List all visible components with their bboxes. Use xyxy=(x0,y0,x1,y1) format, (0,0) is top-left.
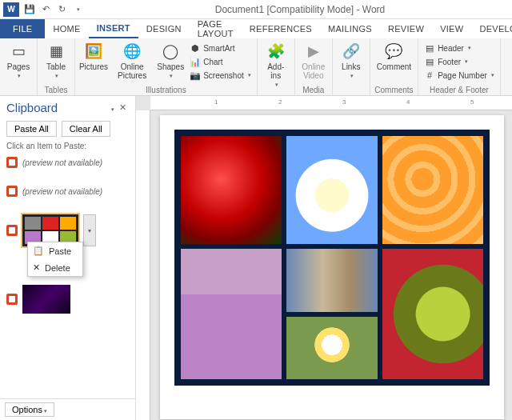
clipboard-options-button[interactable]: Options xyxy=(5,402,54,417)
clipboard-item-selected[interactable]: ▾ 📋Paste ✕Delete xyxy=(3,211,132,250)
group-headerfooter: ▤Header ▤Footer #Page Number Header & Fo… xyxy=(418,38,501,95)
paste-icon: 📋 xyxy=(33,246,44,256)
powerpoint-icon xyxy=(6,186,18,197)
qat-customize-icon[interactable] xyxy=(70,2,85,17)
collage-image-girls xyxy=(181,249,282,379)
clipboard-pane-menu[interactable] xyxy=(107,103,117,113)
clipboard-item[interactable]: (preview not available) xyxy=(3,182,132,200)
tab-home[interactable]: HOME xyxy=(45,19,88,38)
shapes-label: Shapes xyxy=(157,62,184,71)
ruler-tick: 1 xyxy=(214,98,218,106)
tab-review[interactable]: REVIEW xyxy=(380,19,432,38)
textbox-label: Text Box xyxy=(507,62,512,80)
tab-mailings[interactable]: MAILINGS xyxy=(320,19,380,38)
page[interactable] xyxy=(160,115,504,419)
ribbon: ▭ Pages ▦ Table Tables 🖼️ Pictures 🌐 Onl… xyxy=(0,38,512,96)
tab-file[interactable]: FILE xyxy=(0,19,45,38)
links-label: Links xyxy=(342,62,360,71)
group-label-comments: Comments xyxy=(374,85,414,95)
comment-label: Comment xyxy=(377,62,411,71)
links-button[interactable]: 🔗 Links xyxy=(336,40,366,81)
header-button[interactable]: ▤Header xyxy=(422,42,497,54)
comment-button[interactable]: 💬 Comment xyxy=(374,40,414,73)
tab-references[interactable]: REFERENCES xyxy=(242,19,320,38)
group-text: 🄰 Text Box Text xyxy=(501,38,512,95)
tab-developer[interactable]: DEVELOPER xyxy=(471,19,512,38)
pictures-icon: 🖼️ xyxy=(84,42,103,61)
group-addins: 🧩 Add-ins xyxy=(258,38,295,95)
clipboard-title: Clipboard xyxy=(6,101,107,114)
page-scroll[interactable] xyxy=(150,110,512,420)
online-pictures-label: Online Pictures xyxy=(114,62,150,80)
group-label-tables: Tables xyxy=(41,85,71,95)
screenshot-button[interactable]: 📷Screenshot xyxy=(187,69,254,82)
delete-icon: ✕ xyxy=(33,262,40,273)
tab-page-layout[interactable]: PAGE LAYOUT xyxy=(190,19,242,38)
footer-label: Footer xyxy=(438,58,461,66)
tab-insert[interactable]: INSERT xyxy=(89,19,138,38)
pictures-label: Pictures xyxy=(79,62,108,71)
tab-design[interactable]: DESIGN xyxy=(138,19,190,38)
ruler-tick: 3 xyxy=(342,98,346,106)
clipboard-item[interactable] xyxy=(3,282,132,317)
window-title: Document1 [Compatibility Mode] - Word xyxy=(88,4,512,15)
context-delete[interactable]: ✕Delete xyxy=(28,259,82,276)
ruler-vertical[interactable] xyxy=(136,110,150,420)
group-label-media: Media xyxy=(298,85,329,95)
clipboard-context-menu: 📋Paste ✕Delete xyxy=(27,242,83,277)
image-collage[interactable] xyxy=(174,130,490,386)
online-video-button[interactable]: ▶ Online Video xyxy=(298,40,329,82)
footer-icon: ▤ xyxy=(424,56,435,67)
collage-image-oranges xyxy=(382,136,483,244)
group-label-headerfooter: Header & Footer xyxy=(422,85,497,95)
table-label: Table xyxy=(46,62,66,71)
clipboard-item-dropdown[interactable]: ▾ xyxy=(83,214,96,246)
group-tables: ▦ Table Tables xyxy=(38,38,75,95)
shapes-icon: ◯ xyxy=(161,42,180,61)
ribbon-tabs: FILE HOME INSERT DESIGN PAGE LAYOUT REFE… xyxy=(0,19,512,38)
addins-icon: 🧩 xyxy=(266,42,286,61)
chart-label: Chart xyxy=(203,58,222,66)
chart-button[interactable]: 📊Chart xyxy=(187,55,254,68)
pages-icon: ▭ xyxy=(9,42,28,61)
quick-access-toolbar: W 💾 ↶ ↻ xyxy=(0,2,88,17)
pages-button[interactable]: ▭ Pages xyxy=(3,40,34,81)
ruler-tick: 2 xyxy=(278,98,282,106)
context-delete-label: Delete xyxy=(45,263,70,273)
tab-view[interactable]: VIEW xyxy=(432,19,471,38)
smartart-icon: ⬢ xyxy=(190,42,201,54)
addins-button[interactable]: 🧩 Add-ins xyxy=(261,40,291,90)
save-icon[interactable]: 💾 xyxy=(22,2,37,17)
pictures-button[interactable]: 🖼️ Pictures xyxy=(78,40,109,73)
online-pictures-button[interactable]: 🌐 Online Pictures xyxy=(110,40,154,82)
screenshot-label: Screenshot xyxy=(203,71,244,80)
powerpoint-icon xyxy=(6,157,18,168)
paste-all-button[interactable]: Paste All xyxy=(6,121,57,137)
group-comments: 💬 Comment Comments xyxy=(370,38,418,95)
clipboard-item[interactable]: (preview not available) xyxy=(3,154,132,171)
clear-all-button[interactable]: Clear All xyxy=(62,121,110,137)
collage-image-rose xyxy=(181,136,282,244)
clipboard-thumbnail xyxy=(22,285,70,314)
group-media: ▶ Online Video Media xyxy=(295,38,333,95)
workspace: Clipboard ✕ Paste All Clear All Click an… xyxy=(0,96,512,420)
table-icon: ▦ xyxy=(46,42,66,61)
smartart-button[interactable]: ⬢SmartArt xyxy=(187,42,254,54)
undo-icon[interactable]: ↶ xyxy=(38,2,53,17)
textbox-button[interactable]: 🄰 Text Box xyxy=(504,40,512,90)
footer-button[interactable]: ▤Footer xyxy=(422,55,497,68)
ruler-horizontal[interactable]: 1 2 3 4 5 xyxy=(150,96,512,110)
smartart-label: SmartArt xyxy=(203,44,234,53)
word-app-icon[interactable]: W xyxy=(3,2,19,17)
collage-image-daisies xyxy=(286,136,378,244)
page-number-button[interactable]: #Page Number xyxy=(422,69,497,82)
clipboard-close-icon[interactable]: ✕ xyxy=(117,102,129,113)
context-paste[interactable]: 📋Paste xyxy=(28,242,82,259)
table-button[interactable]: ▦ Table xyxy=(41,40,71,81)
ruler-tick: 4 xyxy=(406,98,410,106)
screenshot-icon: 📷 xyxy=(190,70,201,81)
redo-icon[interactable]: ↻ xyxy=(54,2,69,17)
clipboard-list: (preview not available) (preview not ava… xyxy=(0,154,135,398)
page-number-label: Page Number xyxy=(438,71,487,80)
shapes-button[interactable]: ◯ Shapes xyxy=(155,40,186,81)
